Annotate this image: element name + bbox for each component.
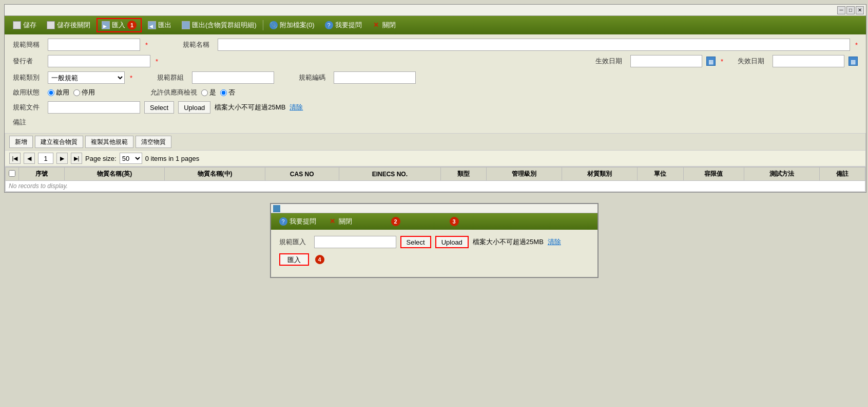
sub-badge-2: 2 — [391, 217, 400, 226]
pagination: |◀ ◀ ▶ ▶| Page size: 50 100 0 items in 1… — [5, 151, 866, 166]
titlebar: ─ □ ✕ — [5, 5, 866, 16]
first-page-button[interactable]: |◀ — [9, 153, 21, 164]
help-icon: ? — [325, 21, 333, 29]
close-button[interactable]: ✕ 關閉 — [368, 19, 400, 31]
file-size-note: 檔案大小不可超過25MB — [215, 103, 285, 112]
add-button[interactable]: 新增 — [9, 136, 33, 148]
save-button[interactable]: 儲存 — [9, 19, 41, 31]
spec-code2-input[interactable] — [334, 71, 416, 84]
sub-import-button[interactable]: 匯入 — [279, 253, 309, 266]
last-page-button[interactable]: ▶| — [71, 153, 82, 164]
pagination-summary: 0 items in 1 pages — [145, 155, 200, 162]
remarks-label: 備註 — [13, 118, 858, 127]
sub-help-button[interactable]: ? 我要提問 — [275, 215, 320, 228]
sub-window-icon — [273, 205, 280, 212]
next-page-button[interactable]: ▶ — [56, 153, 68, 164]
select-all-th — [6, 168, 19, 181]
sub-window-container: ? 我要提問 ✕ 關閉 2 3 規範匯入 Select Upload 檔案大小不… — [0, 203, 868, 278]
export-button[interactable]: ◀ 匯出 — [144, 19, 176, 31]
sub-import-label: 規範匯入 — [279, 237, 310, 247]
sub-import-row: 規範匯入 Select Upload 檔案大小不可超過25MB 清除 — [279, 236, 589, 248]
create-composite-button[interactable]: 建立複合物質 — [35, 136, 83, 148]
upload-button[interactable]: Upload — [178, 101, 210, 114]
sub-toolbar: ? 我要提問 ✕ 關閉 2 3 — [271, 213, 597, 230]
sub-upload-button[interactable]: Upload — [435, 236, 469, 248]
data-table: 序號 物質名稱(英) 物質名稱(中) CAS NO EINECS NO. 類型 … — [5, 167, 865, 192]
supplier-no-label: 否 — [220, 88, 235, 97]
sub-close-icon: ✕ — [329, 217, 337, 226]
sub-badge-4: 4 — [315, 255, 324, 264]
col-seq: 序號 — [19, 168, 65, 181]
help-button[interactable]: ? 我要提問 — [321, 19, 366, 31]
save-close-button[interactable]: 儲存後關閉 — [43, 19, 94, 31]
select-button[interactable]: Select — [144, 101, 174, 114]
sub-close-button[interactable]: ✕ 關閉 — [324, 215, 356, 228]
attach-button[interactable]: 📎 附加檔案(0) — [265, 19, 319, 31]
col-material-cat: 材質類別 — [562, 168, 638, 181]
spec-category-label: 規範類別 — [13, 73, 44, 82]
save-icon — [13, 21, 21, 29]
status-label: 啟用狀態 — [13, 88, 44, 97]
status-enable-label: 啟用 — [48, 88, 69, 97]
page-size-label: Page size: — [85, 155, 117, 162]
data-table-wrap: 序號 物質名稱(英) 物質名稱(中) CAS NO EINECS NO. 類型 … — [5, 166, 866, 192]
form-row-spec-document: 規範文件 Select Upload 檔案大小不可超過25MB 清除 — [13, 101, 858, 114]
close-window-button[interactable]: ✕ — [856, 6, 864, 14]
col-remarks: 備註 — [819, 168, 865, 181]
spec-code-input[interactable] — [48, 39, 140, 51]
page-number-input[interactable] — [38, 153, 53, 164]
expiry-date-label: 失效日期 — [738, 57, 768, 66]
copy-other-spec-button[interactable]: 複製其他規範 — [85, 136, 133, 148]
save-close-icon — [47, 21, 55, 29]
clear-link[interactable]: 清除 — [290, 103, 303, 112]
spec-code-label: 規範簡稱 — [13, 40, 44, 49]
spec-name-required: * — [855, 41, 858, 49]
remarks-section: 備註 — [13, 118, 858, 127]
col-name-en: 物質名稱(英) — [65, 168, 165, 181]
close-icon: ✕ — [372, 21, 380, 29]
issuer-required: * — [156, 58, 158, 65]
sub-import-btn-row: 匯入 4 — [279, 253, 589, 266]
prev-page-button[interactable]: ◀ — [24, 153, 35, 164]
no-records-cell: No records to display. — [6, 181, 865, 192]
effective-date-label: 生效日期 — [595, 57, 626, 66]
spec-name-input[interactable] — [218, 39, 850, 51]
spec-document-label: 規範文件 — [13, 103, 44, 112]
sub-form: 規範匯入 Select Upload 檔案大小不可超過25MB 清除 匯入 4 — [271, 230, 597, 277]
clear-substances-button[interactable]: 清空物質 — [136, 136, 171, 148]
supplier-yes-radio[interactable] — [201, 89, 208, 96]
effective-date-input[interactable] — [630, 55, 702, 67]
sub-select-button[interactable]: Select — [400, 236, 431, 248]
sub-file-input[interactable] — [314, 236, 396, 248]
expiry-date-input[interactable] — [773, 55, 844, 67]
spec-group-label: 規範群組 — [157, 73, 188, 82]
import-button[interactable]: ▶ 匯入 1 — [97, 18, 142, 32]
minimize-button[interactable]: ─ — [837, 6, 845, 14]
spec-name-label: 規範名稱 — [183, 40, 214, 49]
page-size-select[interactable]: 50 100 — [120, 153, 142, 164]
issuer-label: 發行者 — [13, 57, 44, 66]
import-badge: 1 — [127, 21, 137, 30]
spec-group-input[interactable] — [192, 71, 274, 84]
spec-code2-label: 規範編碼 — [299, 73, 330, 82]
export-icon: ◀ — [148, 21, 156, 29]
table-toolbar: 新增 建立複合物質 複製其他規範 清空物質 — [5, 133, 866, 151]
spec-document-input[interactable] — [48, 101, 140, 114]
status-disable-radio[interactable] — [73, 89, 80, 96]
issuer-input[interactable] — [48, 55, 150, 67]
sub-clear-link[interactable]: 清除 — [548, 237, 561, 247]
import-icon: ▶ — [102, 21, 110, 29]
form-area: 規範簡稱 * 規範名稱 * 發行者 * 生效日期 ▦ * 失效日期 ▦ 規範類別… — [5, 34, 866, 133]
form-row-spec-names: 規範簡稱 * 規範名稱 * — [13, 39, 858, 51]
expiry-date-calendar-icon[interactable]: ▦ — [848, 57, 858, 66]
effective-date-calendar-icon[interactable]: ▦ — [706, 57, 716, 66]
spec-category-select[interactable]: 一般規範 — [48, 71, 125, 84]
col-test-method: 測試方法 — [744, 168, 819, 181]
supplier-no-radio[interactable] — [220, 89, 227, 96]
select-all-checkbox[interactable] — [9, 170, 15, 177]
form-row-spec-category: 規範類別 一般規範 * 規範群組 規範編碼 — [13, 71, 858, 84]
form-row-status: 啟用狀態 啟用 停用 允許供應商檢視 是 否 — [13, 88, 858, 97]
export-detail-button[interactable]: 匯出(含物質群組明細) — [178, 19, 261, 31]
status-enable-radio[interactable] — [48, 89, 54, 96]
maximize-button[interactable]: □ — [846, 6, 855, 14]
